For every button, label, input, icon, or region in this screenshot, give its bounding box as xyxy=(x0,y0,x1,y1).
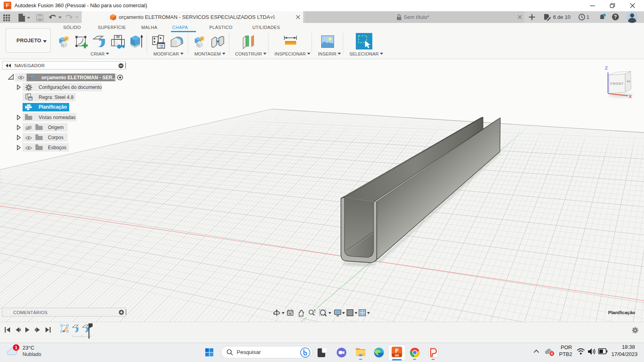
svg-text:1: 1 xyxy=(15,345,17,350)
svg-text:F: F xyxy=(395,347,398,354)
svg-text:?: ? xyxy=(614,14,617,20)
svg-text:Z: Z xyxy=(605,66,608,70)
svg-text:X: X xyxy=(629,94,632,99)
svg-text:FRONT: FRONT xyxy=(611,82,624,86)
svg-text:F: F xyxy=(6,3,9,8)
svg-text:360: 360 xyxy=(395,354,399,357)
